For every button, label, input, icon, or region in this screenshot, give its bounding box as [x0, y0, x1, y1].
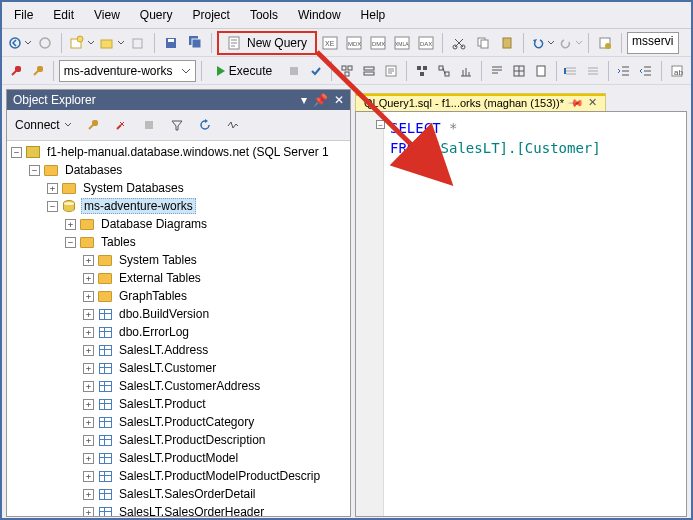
menu-view[interactable]: View	[84, 6, 130, 24]
svg-rect-24	[481, 40, 488, 48]
open-file-dropdown[interactable]	[97, 32, 125, 54]
menu-window[interactable]: Window	[288, 6, 351, 24]
tree-databases-node[interactable]: −Databases	[7, 161, 350, 179]
stop-icon[interactable]	[284, 60, 304, 82]
tree-system-tables-node[interactable]: +System Tables	[7, 251, 350, 269]
actual-plan-icon[interactable]	[412, 60, 432, 82]
tree-database-node[interactable]: −ms-adventure-works	[7, 197, 350, 215]
tree-table-item[interactable]: +SalesLT.ProductCategory	[7, 413, 350, 431]
results-file-icon[interactable]	[531, 60, 551, 82]
oe-stop-icon[interactable]	[138, 114, 160, 136]
oe-filter-icon[interactable]	[166, 114, 188, 136]
new-query-icon	[227, 35, 243, 51]
xmla-icon[interactable]: XMLA	[391, 32, 413, 54]
tree-external-tables-node[interactable]: +External Tables	[7, 269, 350, 287]
dax-icon[interactable]: DAX	[415, 32, 437, 54]
tree-table-item[interactable]: +SalesLT.ProductDescription	[7, 431, 350, 449]
tree-table-item[interactable]: +SalesLT.SalesOrderDetail	[7, 485, 350, 503]
nav-forward-icon[interactable]	[34, 32, 56, 54]
xe-icon[interactable]: XE	[319, 32, 341, 54]
svg-text:ab: ab	[674, 68, 683, 77]
sql-editor[interactable]: − SELECT * FROM [SalesLT].[Customer]	[355, 111, 687, 517]
indent-icon[interactable]	[614, 60, 634, 82]
tree-server-node[interactable]: −f1-help-manual.database.windows.net (SQ…	[7, 143, 350, 161]
tree-system-databases-node[interactable]: +System Databases	[7, 179, 350, 197]
execute-button[interactable]: Execute	[207, 59, 282, 83]
outline-collapse-icon[interactable]: −	[376, 120, 385, 129]
standard-toolbar: New Query XE MDX DMX XMLA DAX msservi	[2, 29, 691, 57]
connect-icon[interactable]	[6, 60, 26, 82]
panel-close-icon[interactable]: ✕	[334, 93, 344, 107]
undo-dropdown[interactable]	[529, 32, 555, 54]
connect-dropdown[interactable]: Connect	[11, 113, 76, 137]
editor-zone: QLQuery1.sql - f1...orks (maghan (153))*…	[355, 89, 687, 517]
menu-project[interactable]: Project	[183, 6, 240, 24]
copy-icon[interactable]	[472, 32, 494, 54]
menu-edit[interactable]: Edit	[43, 6, 84, 24]
editor-tab[interactable]: QLQuery1.sql - f1...orks (maghan (153))*…	[355, 93, 606, 111]
panel-dropdown-icon[interactable]: ▾	[301, 93, 307, 107]
tab-close-icon[interactable]: ✕	[588, 96, 597, 109]
nav-back-dropdown[interactable]	[6, 32, 32, 54]
tree-table-item[interactable]: +SalesLT.ProductModel	[7, 449, 350, 467]
tree-tables-node[interactable]: −Tables	[7, 233, 350, 251]
editor-code[interactable]: SELECT * FROM [SalesLT].[Customer]	[390, 118, 601, 158]
change-connection-icon[interactable]	[28, 60, 48, 82]
svg-text:XMLA: XMLA	[395, 41, 409, 47]
object-explorer-tree[interactable]: −f1-help-manual.database.windows.net (SQ…	[7, 141, 350, 516]
intellisense-icon[interactable]	[381, 60, 401, 82]
tree-table-item[interactable]: +SalesLT.ProductModelProductDescrip	[7, 467, 350, 485]
cut-icon[interactable]	[448, 32, 470, 54]
svg-rect-47	[145, 121, 153, 129]
tree-graph-tables-node[interactable]: +GraphTables	[7, 287, 350, 305]
tree-table-item[interactable]: +SalesLT.Customer	[7, 359, 350, 377]
svg-text:DAX: DAX	[420, 41, 432, 47]
connection-box[interactable]: msservi	[627, 32, 679, 54]
tree-diagrams-node[interactable]: +Database Diagrams	[7, 215, 350, 233]
results-grid-icon[interactable]	[509, 60, 529, 82]
tree-table-item[interactable]: +SalesLT.Address	[7, 341, 350, 359]
outdent-icon[interactable]	[636, 60, 656, 82]
oe-refresh-icon[interactable]	[194, 114, 216, 136]
svg-point-27	[605, 43, 611, 49]
svg-rect-40	[439, 66, 443, 70]
live-stats-icon[interactable]	[434, 60, 454, 82]
menu-help[interactable]: Help	[351, 6, 396, 24]
oe-activity-icon[interactable]	[222, 114, 244, 136]
tree-table-item[interactable]: +SalesLT.Product	[7, 395, 350, 413]
properties-icon[interactable]	[594, 32, 616, 54]
estimated-plan-icon[interactable]	[337, 60, 357, 82]
svg-text:MDX: MDX	[348, 41, 361, 47]
svg-text:DMX: DMX	[372, 41, 385, 47]
new-project-dropdown[interactable]	[67, 32, 95, 54]
uncomment-icon[interactable]	[583, 60, 603, 82]
dmx-icon[interactable]: DMX	[367, 32, 389, 54]
new-query-button[interactable]: New Query	[217, 31, 317, 55]
client-stats-icon[interactable]	[456, 60, 476, 82]
tree-table-item[interactable]: +SalesLT.CustomerAddress	[7, 377, 350, 395]
results-text-icon[interactable]	[487, 60, 507, 82]
menu-tools[interactable]: Tools	[240, 6, 288, 24]
save-all-icon[interactable]	[184, 32, 206, 54]
specify-values-icon[interactable]: ab	[667, 60, 687, 82]
menu-file[interactable]: File	[4, 6, 43, 24]
panel-pin-icon[interactable]: 📌	[313, 93, 328, 107]
redo-dropdown[interactable]	[557, 32, 583, 54]
tab-pin-icon[interactable]: 📌	[568, 94, 584, 110]
save-icon[interactable]	[160, 32, 182, 54]
comment-icon[interactable]	[561, 60, 581, 82]
mdx-icon[interactable]: MDX	[343, 32, 365, 54]
tree-table-item[interactable]: +SalesLT.SalesOrderHeader	[7, 503, 350, 516]
parse-icon[interactable]	[306, 60, 326, 82]
oe-connect-icon[interactable]	[82, 114, 104, 136]
oe-disconnect-icon[interactable]	[110, 114, 132, 136]
tree-table-item[interactable]: +dbo.BuildVersion	[7, 305, 350, 323]
menu-query[interactable]: Query	[130, 6, 183, 24]
paste-icon[interactable]	[496, 32, 518, 54]
svg-rect-33	[345, 72, 349, 76]
svg-rect-9	[192, 39, 201, 48]
query-options-icon[interactable]	[359, 60, 379, 82]
add-item-icon[interactable]	[127, 32, 149, 54]
tree-table-item[interactable]: +dbo.ErrorLog	[7, 323, 350, 341]
database-select[interactable]: ms-adventure-works	[59, 60, 196, 82]
